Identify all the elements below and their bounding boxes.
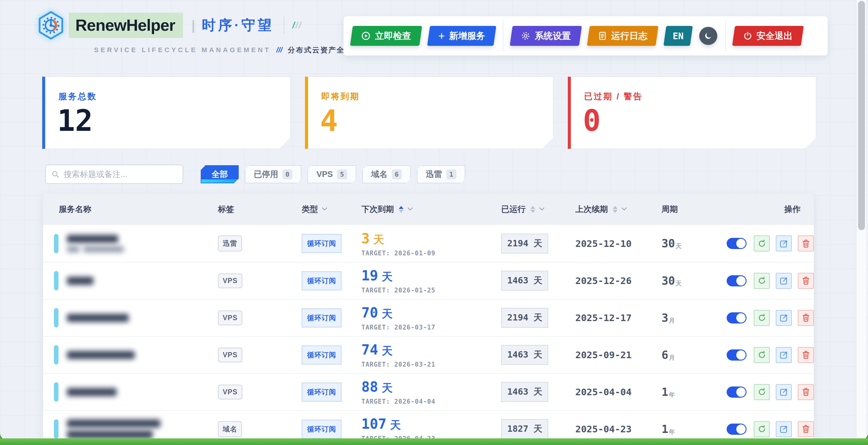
enabled-toggle[interactable] bbox=[727, 238, 747, 249]
renew-button[interactable] bbox=[754, 235, 770, 251]
add-service-button[interactable]: + 新增服务 bbox=[427, 26, 496, 46]
edit-button[interactable] bbox=[776, 310, 792, 326]
check-now-button[interactable]: 立即检查 bbox=[350, 26, 422, 46]
renew-button[interactable] bbox=[754, 384, 770, 400]
column-header-type[interactable]: 类型 bbox=[302, 204, 361, 215]
stat-card-expired-warning: 已过期 / 警告 0 bbox=[568, 77, 816, 149]
services-table: 服务名称 标签 类型 下次到期 已运行 上次续期 bbox=[43, 194, 814, 440]
vertical-scrollbar-thumb[interactable] bbox=[858, 1, 865, 230]
sort-icon[interactable] bbox=[530, 206, 535, 213]
filter-tab-VPS[interactable]: VPS5 bbox=[307, 165, 356, 183]
cycle-value: 3 bbox=[661, 312, 668, 324]
language-toggle-button[interactable]: EN bbox=[664, 26, 693, 46]
column-header-actions: 操作 bbox=[727, 204, 814, 215]
edit-pencil-icon bbox=[779, 239, 789, 248]
last-renewal-cell: 2025-12-10 bbox=[575, 238, 661, 249]
actions-cell bbox=[727, 235, 814, 251]
logs-button[interactable]: 运行日志 bbox=[587, 26, 658, 46]
renew-button[interactable] bbox=[754, 347, 770, 363]
column-label: 已运行 bbox=[501, 204, 526, 215]
runtime-badge: 1827 天 bbox=[501, 419, 548, 439]
delete-button[interactable] bbox=[798, 421, 814, 437]
delete-button[interactable] bbox=[798, 273, 814, 289]
filter-tab-域名[interactable]: 域名6 bbox=[362, 165, 411, 183]
last-renewal-cell: 2025-04-23 bbox=[575, 424, 661, 435]
renew-button[interactable] bbox=[754, 273, 770, 289]
dark-mode-button[interactable] bbox=[699, 27, 717, 45]
type-cell: 循环订阅 bbox=[302, 308, 361, 327]
play-circle-icon bbox=[361, 31, 371, 41]
enabled-toggle[interactable] bbox=[727, 424, 747, 435]
settings-button[interactable]: 系统设置 bbox=[510, 26, 582, 46]
runtime-badge: 2194 天 bbox=[501, 234, 548, 254]
renew-button[interactable] bbox=[754, 421, 770, 437]
trash-icon bbox=[801, 387, 811, 397]
type-cell: 循环订阅 bbox=[302, 420, 361, 439]
cycle-unit: 月 bbox=[669, 344, 675, 362]
delete-button[interactable] bbox=[798, 347, 814, 363]
filter-tab-全部[interactable]: 全部 bbox=[201, 165, 239, 183]
sort-icon-ascending-active[interactable] bbox=[399, 206, 404, 213]
column-header-runtime[interactable]: 已运行 bbox=[501, 204, 575, 215]
service-name-cell bbox=[43, 345, 218, 364]
next-due-cell: 107天 TARGET: 2026-04-23 bbox=[361, 416, 501, 440]
enabled-toggle[interactable] bbox=[727, 387, 747, 398]
chevron-down-icon bbox=[539, 207, 545, 211]
edit-button[interactable] bbox=[776, 384, 792, 400]
enabled-toggle[interactable] bbox=[727, 313, 747, 324]
filter-tab-label: 迅雷 bbox=[426, 169, 442, 180]
cycle-cell: 30 天 bbox=[661, 274, 727, 288]
table-row: 迅雷 循环订阅 3天 TARGET: 2026-01-09 2194 天 202… bbox=[43, 225, 814, 262]
service-name-redacted bbox=[67, 314, 129, 322]
logout-button[interactable]: 安全退出 bbox=[733, 26, 804, 46]
delete-button[interactable] bbox=[798, 384, 814, 400]
edit-button[interactable] bbox=[776, 421, 792, 437]
service-name-cell bbox=[43, 271, 218, 290]
type-badge: 循环订阅 bbox=[302, 420, 341, 439]
type-badge: 循环订阅 bbox=[302, 234, 341, 253]
filter-tab-迅雷[interactable]: 迅雷1 bbox=[417, 165, 465, 183]
edit-button[interactable] bbox=[776, 273, 792, 289]
filter-tab-已停用[interactable]: 已停用0 bbox=[245, 165, 301, 183]
enabled-toggle[interactable] bbox=[727, 275, 747, 287]
type-badge: 循环订阅 bbox=[302, 383, 341, 402]
days-remaining: 107天 bbox=[361, 416, 401, 433]
next-due-cell: 3天 TARGET: 2026-01-09 bbox=[361, 230, 501, 257]
runtime-cell: 1463 天 bbox=[501, 271, 575, 291]
sort-icon[interactable] bbox=[613, 206, 618, 213]
enabled-toggle[interactable] bbox=[727, 350, 747, 361]
document-icon bbox=[598, 31, 607, 40]
column-header-last-renewal[interactable]: 上次续期 bbox=[575, 204, 661, 215]
edit-button[interactable] bbox=[776, 347, 792, 363]
renew-button[interactable] bbox=[754, 310, 770, 326]
delete-button[interactable] bbox=[798, 235, 814, 251]
subtitle-slashes-decoration: /// bbox=[276, 46, 282, 54]
delete-button[interactable] bbox=[798, 310, 814, 326]
tag-badge: 迅雷 bbox=[218, 235, 242, 251]
trash-icon bbox=[801, 239, 811, 248]
tag-cell: VPS bbox=[218, 310, 302, 325]
filter-tab-label: VPS bbox=[316, 170, 333, 179]
tag-badge: VPS bbox=[218, 310, 242, 325]
edit-button[interactable] bbox=[776, 235, 792, 251]
gear-icon bbox=[521, 31, 530, 41]
search-input[interactable] bbox=[64, 170, 177, 179]
cycle-unit: 年 bbox=[669, 381, 675, 399]
column-header-next-due[interactable]: 下次到期 bbox=[361, 204, 501, 215]
toggle-knob bbox=[736, 350, 746, 360]
tag-badge: VPS bbox=[218, 385, 242, 399]
header-divider bbox=[503, 21, 503, 51]
trash-icon bbox=[801, 313, 811, 323]
type-badge: 循环订阅 bbox=[302, 271, 341, 290]
trash-icon bbox=[801, 276, 811, 286]
tag-cell: 域名 bbox=[218, 421, 302, 437]
app-logo-icon bbox=[38, 11, 64, 40]
filter-tab-count: 1 bbox=[446, 170, 456, 179]
service-accent-bar bbox=[54, 419, 59, 439]
search-icon bbox=[51, 170, 59, 179]
vertical-scrollbar-track[interactable] bbox=[857, 0, 866, 440]
last-renewal-date: 2025-04-04 bbox=[575, 387, 632, 397]
toggle-knob bbox=[736, 387, 746, 397]
moon-icon bbox=[704, 32, 712, 40]
tag-cell: VPS bbox=[218, 348, 302, 362]
